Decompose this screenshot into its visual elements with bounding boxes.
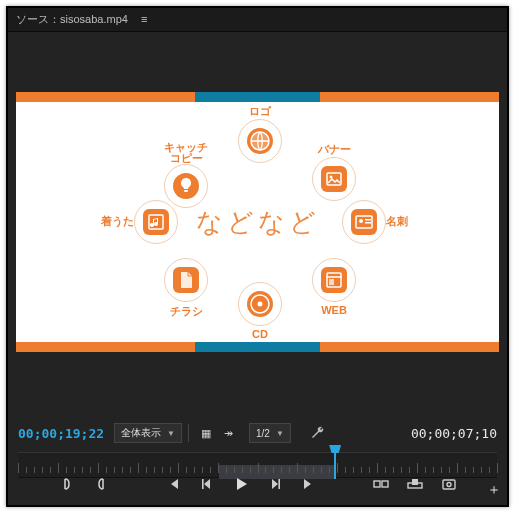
node-cd: CD <box>224 282 296 340</box>
node-label: 着うた <box>101 214 134 229</box>
svg-rect-14 <box>184 190 188 192</box>
node-label: キャッチ コピー <box>150 142 222 164</box>
resolution-value: 1/2 <box>256 428 270 439</box>
svg-point-12 <box>258 302 263 307</box>
disc-icon <box>247 291 273 317</box>
svg-rect-21 <box>443 480 455 489</box>
browser-icon <box>321 267 347 293</box>
monitor-controls: 00;00;19;22 全体表示 ▼ ▦ ↠ 1/2 ▼ 00;00;07;10 <box>18 420 497 446</box>
decor-stripe-top <box>16 92 499 102</box>
separator <box>188 424 189 442</box>
export-frame-button[interactable] <box>439 474 459 494</box>
node-banner: バナー <box>298 142 370 203</box>
panel-tabs: ソース：sisosaba.mp4 ≡ <box>8 8 507 32</box>
node-label: CD <box>224 328 296 340</box>
music-icon <box>143 209 169 235</box>
svg-rect-17 <box>374 481 380 487</box>
panel-menu-icon[interactable]: ≡ <box>141 13 147 25</box>
chevron-down-icon: ▼ <box>276 429 284 438</box>
source-tab[interactable]: ソース：sisosaba.mp4 <box>16 13 128 25</box>
svg-rect-15 <box>202 479 204 489</box>
timecode-out[interactable]: 00;00;07;10 <box>411 426 497 441</box>
node-label: ロゴ <box>224 104 296 119</box>
image-icon <box>321 166 347 192</box>
node-logo: ロゴ <box>224 104 296 165</box>
node-label: 名刺 <box>386 214 408 229</box>
step-forward-button[interactable] <box>265 474 285 494</box>
svg-rect-20 <box>412 479 418 485</box>
globe-icon <box>247 128 273 154</box>
goto-in-button[interactable] <box>163 474 183 494</box>
bulb-icon <box>173 173 199 199</box>
overwrite-button[interactable] <box>405 474 425 494</box>
decor-stripe-bottom <box>16 342 499 352</box>
step-icon[interactable]: ↠ <box>219 424 237 442</box>
resolution-select[interactable]: 1/2 ▼ <box>249 423 291 443</box>
add-button[interactable]: ＋ <box>487 481 501 499</box>
svg-point-22 <box>447 483 451 487</box>
wrench-icon[interactable] <box>309 424 327 442</box>
svg-rect-7 <box>365 222 371 224</box>
node-label: チラシ <box>150 304 222 319</box>
goto-out-button[interactable] <box>299 474 319 494</box>
node-label: バナー <box>298 142 370 157</box>
node-catch: キャッチ コピー <box>150 142 222 210</box>
mark-out-button[interactable] <box>91 474 111 494</box>
mark-in-button[interactable] <box>57 474 77 494</box>
svg-rect-10 <box>329 279 334 285</box>
play-button[interactable] <box>231 474 251 494</box>
svg-rect-2 <box>327 173 341 185</box>
svg-rect-6 <box>365 219 371 221</box>
step-back-button[interactable] <box>197 474 217 494</box>
node-meishi: 名刺 <box>328 200 400 246</box>
timecode-in[interactable]: 00;00;19;22 <box>18 426 104 441</box>
node-flyer: チラシ <box>150 258 222 319</box>
video-preview[interactable]: などなど ロゴ バナー 名刺 WEB CD <box>16 92 499 352</box>
svg-rect-13 <box>149 215 163 229</box>
svg-rect-18 <box>382 481 388 487</box>
document-icon <box>173 267 199 293</box>
svg-point-5 <box>359 219 363 223</box>
chevron-down-icon: ▼ <box>167 429 175 438</box>
grid-icon[interactable]: ▦ <box>197 424 215 442</box>
insert-button[interactable] <box>371 474 391 494</box>
id-card-icon <box>351 209 377 235</box>
transport-bar <box>8 469 507 499</box>
node-label: WEB <box>298 304 370 316</box>
svg-rect-16 <box>278 479 280 489</box>
fit-select[interactable]: 全体表示 ▼ <box>114 423 182 443</box>
fit-select-value: 全体表示 <box>121 426 161 440</box>
node-web: WEB <box>298 258 370 316</box>
